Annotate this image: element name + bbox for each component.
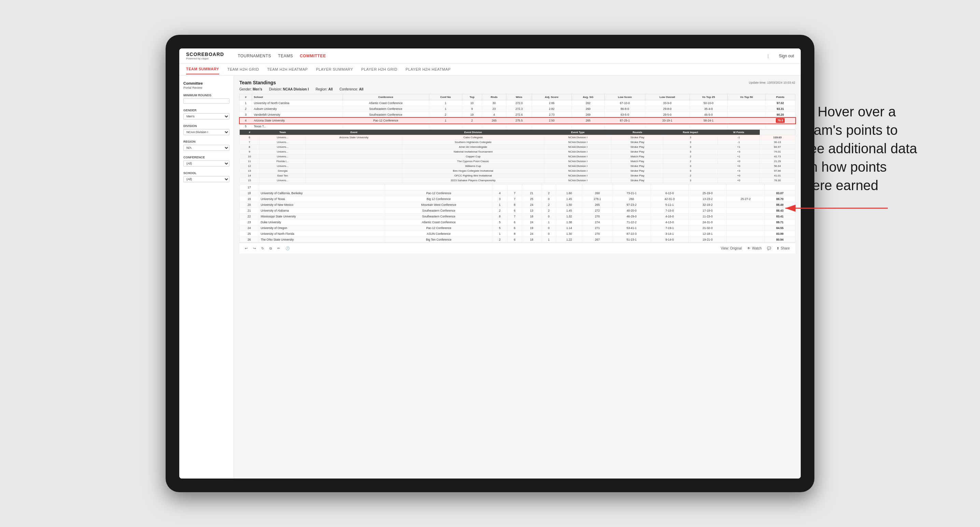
cell-low-score	[612, 185, 651, 190]
cell-school: University of Texas	[259, 196, 385, 202]
cell-vs-top-25: 21-32-0	[689, 225, 727, 231]
table-row-arizona-state[interactable]: 4 Arizona State University Pac-12 Confer…	[240, 118, 795, 124]
cell-points[interactable]: 90.20	[765, 112, 795, 118]
nav-item-committee[interactable]: COMMITTEE	[300, 52, 326, 60]
nav-divider: |	[768, 54, 768, 59]
table-row[interactable]: 5 Texas T...	[240, 124, 795, 129]
cell-rnds: 19	[522, 225, 542, 231]
table-row[interactable]: 26 The Ohio State University Big Ten Con…	[240, 237, 795, 243]
cell-points-highlighted[interactable]: 79.5	[765, 118, 795, 124]
edit-button[interactable]: ✏	[277, 246, 280, 250]
cell-low-overall: 7-15-0	[651, 208, 688, 214]
redo-button[interactable]: ↪	[253, 246, 256, 250]
sidebar-select-conference[interactable]: (All)	[183, 160, 229, 167]
comment-button[interactable]: 💬	[767, 246, 771, 250]
tooltip-row[interactable]: 12 Univers... Williams Cup NCAA Division…	[240, 164, 795, 168]
watch-button[interactable]: 👁 Watch	[747, 246, 762, 250]
nav-item-teams[interactable]: TEAMS	[278, 52, 293, 60]
cell-school: Mississippi State University	[259, 214, 385, 219]
sub-nav-player-summary[interactable]: PLAYER SUMMARY	[316, 65, 353, 74]
filter-region: Region: All	[315, 87, 332, 91]
cell-low-overall: 3-14-1	[651, 231, 688, 237]
cell-vs-top-25: 13-23-2	[689, 196, 727, 202]
view-original-button[interactable]: View: Original	[721, 246, 742, 250]
cell-school: University of New Mexico	[259, 202, 385, 208]
tooltip-row[interactable]: 8 Univers... Amer Ari Intercollegiate NC…	[240, 145, 795, 149]
tooltip-cell-w-points: 84.97	[760, 145, 795, 149]
cell-points[interactable]: 97.02	[765, 100, 795, 106]
table-row[interactable]: 24 University of Oregon Pac-12 Conferenc…	[240, 225, 795, 231]
cell-low-overall: 29-5-0	[645, 112, 689, 118]
cell-points[interactable]: 83.99	[765, 231, 795, 237]
sidebar-select-school[interactable]: (All)	[183, 176, 229, 182]
cell-vs-top-25	[689, 185, 727, 190]
cell-points[interactable]: 80.94	[765, 237, 795, 243]
sub-nav-team-summary[interactable]: TEAM SUMMARY	[186, 64, 219, 75]
cell-conference: Atlantic Coast Conference	[385, 219, 492, 225]
table-row[interactable]: 22 Mississippi State University Southeas…	[240, 214, 795, 219]
cell-points[interactable]: 83.07	[765, 190, 795, 196]
cell-rank: 20	[240, 202, 259, 208]
copy-button[interactable]: ⧉	[269, 246, 272, 251]
cell-points[interactable]: 88.71	[765, 219, 795, 225]
tooltip-row[interactable]: 10 Univers... Copper Cup NCAA Division I…	[240, 154, 795, 159]
cell-top: 6	[507, 225, 522, 231]
cell-points[interactable]: 84.55	[765, 225, 795, 231]
cell-vs-top-25: 24-31-0	[689, 219, 727, 225]
table-row[interactable]: 25 University of North Florida ASUN Conf…	[240, 231, 795, 237]
table-row[interactable]: 18 University of California, Berkeley Pa…	[240, 190, 795, 196]
cell-points[interactable]: 93.31	[765, 106, 795, 112]
nav-item-tournaments[interactable]: TOURNAMENTS	[238, 52, 271, 60]
sidebar-select-division[interactable]: NCAA Division I	[183, 129, 229, 135]
tooltip-row[interactable]: 11 Florida I... The Cypress Point Classi…	[240, 159, 795, 164]
tooltip-cell-event-div: Amer Ari Intercollegiate	[402, 145, 544, 149]
cell-rank: 26	[240, 237, 259, 243]
cell-top: 6	[507, 237, 522, 243]
tooltip-cell-w-points: 78.30	[760, 178, 795, 183]
table-row[interactable]: 23 Duke University Atlantic Coast Confer…	[240, 219, 795, 225]
sub-nav-player-h2h-heatmap[interactable]: PLAYER H2H HEATMAP	[406, 65, 451, 74]
table-row[interactable]: 20 University of New Mexico Mountain Wes…	[240, 202, 795, 208]
cell-low-score: 40-20-0	[612, 208, 651, 214]
sidebar-input-min-rounds[interactable]	[183, 98, 229, 104]
filter-row: Gender: Men's Division: NCAA Division I …	[239, 87, 795, 91]
tooltip-row[interactable]: 7 Univers... Southern Highlands Collegia…	[240, 140, 795, 145]
sub-nav-team-h2h-grid[interactable]: TEAM H2H GRID	[228, 65, 259, 74]
cell-points[interactable]	[765, 185, 795, 190]
table-row[interactable]: 17	[240, 185, 795, 190]
tooltip-row[interactable]: 13 Georgia Ben Hogan Collegiate Invitati…	[240, 168, 795, 173]
cell-low-overall	[645, 124, 689, 129]
col-vs-top-25: Vs Top 25	[689, 94, 727, 100]
tooltip-row[interactable]: 9 Univers... National Invitational Tourn…	[240, 149, 795, 154]
tooltip-cell-rank-impact: 2	[663, 173, 718, 178]
table-row[interactable]: 2 Auburn University Southeastern Confere…	[240, 106, 795, 112]
sign-out-button[interactable]: Sign out	[779, 54, 794, 59]
cell-rnds: 24	[522, 202, 542, 208]
table-row[interactable]: 21 University of Alabama Southeastern Co…	[240, 208, 795, 214]
col-low-score: Low Score	[605, 94, 645, 100]
tooltip-cell-rounds: Match Play	[612, 159, 663, 164]
table-row[interactable]: 1 University of North Carolina Atlantic …	[240, 100, 795, 106]
tooltip-row[interactable]: 14 East Ten OFCC Fighting Illini Invitat…	[240, 173, 795, 178]
tooltip-row[interactable]: 6 Univers... Arizona State University Ca…	[240, 135, 795, 140]
cell-adj-score: 1.60	[556, 190, 582, 196]
table-row[interactable]: 19 University of Texas Big 12 Conference…	[240, 196, 795, 202]
refresh-button[interactable]: ↻	[261, 246, 264, 250]
sub-nav-team-h2h-heatmap[interactable]: TEAM H2H HEATMAP	[267, 65, 308, 74]
cell-points[interactable]	[765, 124, 795, 129]
cell-low-score: 53-41-1	[612, 225, 651, 231]
cell-conference	[342, 124, 429, 129]
sidebar-select-gender[interactable]: Men's	[183, 113, 229, 119]
sub-nav-player-h2h-grid[interactable]: PLAYER H2H GRID	[361, 65, 398, 74]
table-row[interactable]: 3 Vanderbilt University Southeastern Con…	[240, 112, 795, 118]
sidebar-select-region[interactable]: N/A	[183, 145, 229, 151]
cell-top	[462, 124, 482, 129]
tooltip-cell-rank-impact: 3	[663, 140, 718, 145]
undo-button[interactable]: ↩	[245, 246, 248, 250]
share-button[interactable]: ⬆ Share	[776, 246, 790, 250]
cell-vs-top-25: 35-4-0	[689, 106, 727, 112]
tooltip-cell-rank-impact-val: +0	[718, 178, 760, 183]
clock-button[interactable]: 🕐	[285, 246, 290, 250]
tooltip-row[interactable]: 15 Univers... 2023 Sahalee Players Champ…	[240, 178, 795, 183]
cell-avg-sg	[572, 124, 605, 129]
